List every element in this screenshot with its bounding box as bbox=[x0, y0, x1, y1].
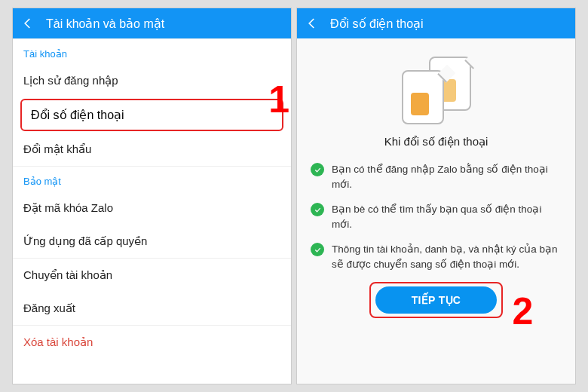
item-authorized-apps[interactable]: Ứng dụng đã cấp quyền bbox=[13, 225, 291, 258]
item-switch-account[interactable]: Chuyển tài khoản bbox=[13, 258, 291, 292]
change-phone-title: Đổi số điện thoại bbox=[330, 17, 424, 31]
item-change-phone-label: Đổi số điện thoại bbox=[31, 109, 124, 121]
check-icon bbox=[311, 203, 324, 216]
item-zalo-lock[interactable]: Đặt mã khóa Zalo bbox=[13, 191, 291, 225]
change-phone-content: Khi đổi số điện thoại Bạn có thể đăng nh… bbox=[297, 38, 575, 384]
section-security-label: Bảo mật bbox=[13, 166, 291, 191]
item-logout[interactable]: Đăng xuất bbox=[13, 292, 291, 325]
settings-title: Tài khoản và bảo mật bbox=[46, 17, 164, 31]
change-phone-heading: Khi đổi số điện thoại bbox=[384, 135, 488, 149]
item-change-phone[interactable]: Đổi số điện thoại 1 bbox=[20, 99, 283, 131]
sim-cards-icon bbox=[391, 57, 482, 124]
item-login-history[interactable]: Lịch sử đăng nhập bbox=[13, 64, 291, 97]
change-phone-header: Đổi số điện thoại bbox=[297, 8, 575, 38]
change-phone-panel: Đổi số điện thoại Khi đổi số điện thoại … bbox=[296, 8, 576, 384]
info-bullet: Bạn có thể đăng nhập Zalo bằng số điện t… bbox=[311, 162, 562, 191]
info-list: Bạn có thể đăng nhập Zalo bằng số điện t… bbox=[311, 162, 562, 282]
settings-header: Tài khoản và bảo mật bbox=[13, 8, 291, 38]
annotation-2: 2 bbox=[512, 289, 533, 333]
bullet-text: Thông tin tài khoản, danh bạ, và nhật ký… bbox=[332, 242, 562, 271]
item-delete-account[interactable]: Xóa tài khoản bbox=[13, 325, 291, 359]
bullet-text: Bạn có thể đăng nhập Zalo bằng số điện t… bbox=[332, 162, 562, 191]
info-bullet: Thông tin tài khoản, danh bạ, và nhật ký… bbox=[311, 242, 562, 271]
continue-button[interactable]: TIẾP TỤC bbox=[375, 286, 497, 314]
item-change-password[interactable]: Đổi mật khẩu bbox=[13, 133, 291, 166]
back-icon[interactable] bbox=[305, 16, 320, 31]
check-icon bbox=[311, 243, 324, 256]
settings-panel: Tài khoản và bảo mật Tài khoản Lịch sử đ… bbox=[12, 8, 292, 384]
section-account-label: Tài khoản bbox=[13, 38, 291, 64]
info-bullet: Bạn bè có thể tìm thấy bạn qua số điện t… bbox=[311, 202, 562, 231]
back-icon[interactable] bbox=[20, 16, 35, 31]
continue-wrap: TIẾP TỤC 2 bbox=[375, 286, 497, 314]
check-icon bbox=[311, 163, 324, 176]
bullet-text: Bạn bè có thể tìm thấy bạn qua số điện t… bbox=[332, 202, 562, 231]
